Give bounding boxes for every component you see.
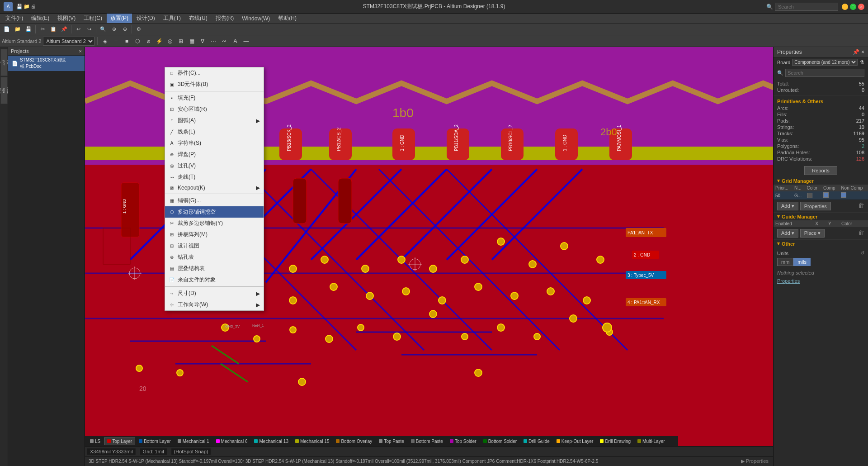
nav-nav[interactable]: Navigation <box>0 77 8 104</box>
guide-place-button[interactable]: Place ▾ <box>800 229 825 238</box>
dd-string[interactable]: A 字符串(S) <box>165 138 264 149</box>
dd-pad[interactable]: ⊕ 焊盘(P) <box>165 149 264 160</box>
pin-icon[interactable]: 📌 <box>853 49 859 55</box>
dd-3dbody[interactable]: ▣ 3D元件体(B) <box>165 79 264 90</box>
text-icon[interactable]: A <box>231 37 240 46</box>
tb-zoom[interactable]: 🔍 <box>98 24 108 34</box>
dd-from-file[interactable]: 📄 来自文件的对象 <box>165 274 264 285</box>
dd-design-view[interactable]: ⊟ 设计视图 <box>165 240 264 252</box>
tb-zoom-in[interactable]: ⊕ <box>109 24 119 34</box>
search-area[interactable]: 🔍 <box>766 3 838 11</box>
dd-dimension[interactable]: ↔ 尺寸(D) ▶ <box>165 288 264 299</box>
units-reset-icon[interactable]: ↺ <box>860 250 864 256</box>
dd-guide[interactable]: ⊹ 工作向导(W) ▶ <box>165 299 264 310</box>
dd-component[interactable]: □ 器件(C)... <box>165 67 264 79</box>
reports-button[interactable]: Reports <box>804 166 837 175</box>
dd-slice[interactable]: ✂ 裁剪多边形铺铜(Y) <box>165 218 264 229</box>
dd-polygon-copper[interactable]: ⬡ 多边形铺铜挖空 <box>165 206 264 218</box>
menu-design[interactable]: 设计(D) <box>133 14 159 23</box>
units-mils-button[interactable]: mils <box>793 258 811 266</box>
tb-save[interactable]: 💾 <box>24 24 33 34</box>
grid-add-button[interactable]: Add ▾ <box>777 202 798 210</box>
place-copper-icon[interactable]: ▦ <box>187 37 196 46</box>
components-select[interactable]: Components (and 12 more) <box>792 59 858 66</box>
menu-view[interactable]: 视图(V) <box>54 14 79 23</box>
guide-manager-header[interactable]: ▾ Guide Manager <box>774 213 868 220</box>
tb-compile[interactable]: ⚙ <box>134 24 144 34</box>
place-poly-icon[interactable]: ⬡ <box>133 37 142 46</box>
layer-bottom-paste[interactable]: Bottom Paste <box>408 437 446 445</box>
dd-via[interactable]: ◎ 过孔(V) <box>165 160 264 171</box>
tb-redo[interactable]: ↪ <box>84 24 94 34</box>
minimize-button[interactable]: − <box>842 4 848 10</box>
measure-icon[interactable]: ∇ <box>198 37 207 46</box>
layer-mech6[interactable]: Mechanical 6 <box>213 437 251 445</box>
guide-add-button[interactable]: Add ▾ <box>777 229 798 238</box>
pcb-viewport[interactable]: PB14/MISO_2 PB13/SCK_2 PB12/CS_2 1 : GND… <box>85 47 773 466</box>
grid-manager-header[interactable]: ▾ Grid Manager <box>774 177 868 185</box>
dd-layer-stack[interactable]: ▤ 层叠结构表 <box>165 263 264 274</box>
units-mm-button[interactable]: mm <box>777 258 793 266</box>
layer-drill-drawing[interactable]: Drill Drawing <box>597 437 634 445</box>
file-tree-item[interactable]: 📄 STM32F103C8TX测试板.PcbDoc <box>8 56 85 71</box>
maximize-button[interactable]: □ <box>850 4 856 10</box>
tb-open[interactable]: 📁 <box>13 24 23 34</box>
place-rect-icon[interactable]: ■ <box>122 37 131 46</box>
place-circle-icon[interactable]: ⌀ <box>144 37 153 46</box>
menu-project[interactable]: 工程(C) <box>80 14 106 23</box>
layer-drill-guide[interactable]: Drill Guide <box>520 437 553 445</box>
menu-tools[interactable]: 工具(T) <box>160 14 184 23</box>
file-tree-close[interactable]: × <box>79 48 82 54</box>
std-select[interactable]: Altium Standard 2 <box>43 37 94 46</box>
tb-copy[interactable]: 📋 <box>48 24 58 34</box>
properties-link[interactable]: Properties <box>774 277 868 285</box>
close-button[interactable]: × <box>858 4 864 10</box>
dd-array[interactable]: ⊞ 拼板阵列(M) <box>165 229 264 240</box>
place-via-icon[interactable]: ◎ <box>165 37 175 46</box>
layer-bottom-solder[interactable]: Bottom Solder <box>480 437 520 445</box>
dd-drill-table[interactable]: ⊛ 钻孔表 <box>165 252 264 263</box>
tb-paste[interactable]: 📌 <box>59 24 69 34</box>
grid-properties-button[interactable]: Properties <box>800 202 831 210</box>
panel-toggle[interactable]: ▶ Properties <box>738 458 771 464</box>
place-pad-icon[interactable]: ⊞ <box>176 37 185 46</box>
layer-top-paste[interactable]: Top Paste <box>376 437 407 445</box>
layer-bottom-overlay[interactable]: Bottom Overlay <box>333 437 375 445</box>
tb-cut[interactable]: ✂ <box>38 24 47 34</box>
layer-mech13[interactable]: Mechanical 13 <box>251 437 291 445</box>
place-line-icon[interactable]: + <box>111 37 120 46</box>
layer-keepout[interactable]: Keep-Out Layer <box>553 437 597 445</box>
menu-place[interactable]: 放置(P) <box>107 14 132 23</box>
tb-new[interactable]: 📄 <box>2 24 12 34</box>
menu-route[interactable]: 布线(U) <box>185 14 211 23</box>
layer-bottom[interactable]: Bottom Layer <box>136 437 174 445</box>
menu-window[interactable]: Window(W) <box>238 14 274 23</box>
layer-mech15[interactable]: Mechanical 15 <box>292 437 332 445</box>
menu-file[interactable]: 文件(F) <box>2 14 27 23</box>
dd-copper[interactable]: ▦ 铺铜(G)... <box>165 195 264 206</box>
dd-keepout-zone[interactable]: ⊡ 安心区域(R) <box>165 104 264 115</box>
panel-close-icon[interactable]: × <box>861 49 864 55</box>
guide-delete-icon[interactable]: 🗑 <box>858 229 864 238</box>
menu-reports[interactable]: 报告(R) <box>212 14 238 23</box>
place-track-icon[interactable]: ⚡ <box>155 37 164 46</box>
nav-projects[interactable]: Projects <box>0 49 8 76</box>
tb-undo[interactable]: ↩ <box>73 24 83 34</box>
layer-ls[interactable]: LS <box>87 437 104 445</box>
layer-top[interactable]: Top Layer <box>104 437 135 445</box>
dd-fill[interactable]: ▪ 填充(F) <box>165 92 264 104</box>
grid-row-1[interactable]: 50 G... <box>774 191 868 200</box>
gm-noncomp-check[interactable] <box>841 192 846 198</box>
layer-multi[interactable]: Multi-Layer <box>634 437 668 445</box>
line2-icon[interactable]: — <box>241 37 250 46</box>
properties-search-input[interactable] <box>785 69 864 77</box>
gm-comp-check[interactable] <box>823 192 829 198</box>
dd-line[interactable]: ╱ 线条(L) <box>165 126 264 138</box>
tb-zoom-out[interactable]: ⊖ <box>120 24 130 34</box>
place-arc-icon[interactable]: ◈ <box>100 37 109 46</box>
menu-help[interactable]: 帮助(H) <box>274 14 300 23</box>
dd-arc[interactable]: ◜ 圆弧(A) ▶ <box>165 115 264 126</box>
dd-track[interactable]: ↝ 走线(T) <box>165 171 264 183</box>
filter-icon[interactable]: ⚗ <box>859 59 864 66</box>
inspect-icon[interactable]: ∾ <box>220 37 229 46</box>
